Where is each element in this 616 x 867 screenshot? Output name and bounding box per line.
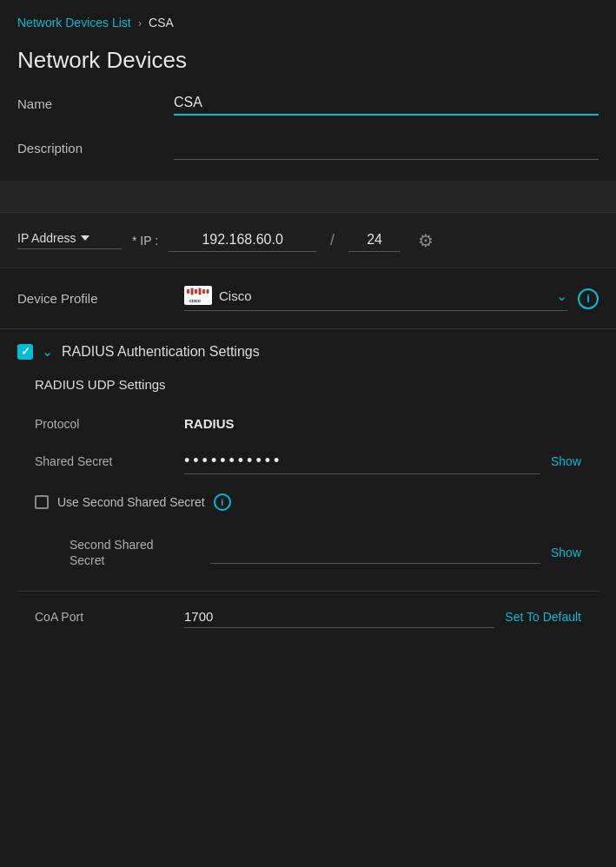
protocol-row: Protocol RADIUS	[17, 407, 599, 440]
svg-rect-3	[195, 289, 197, 294]
device-profile-chevron-icon: ⌄	[556, 288, 567, 304]
shared-secret-row: Shared Secret Show	[17, 440, 599, 483]
second-secret-row: Second SharedSecret Show	[70, 530, 581, 575]
radius-udp-title: RADIUS UDP Settings	[17, 377, 599, 392]
shared-secret-label: Shared Secret	[35, 454, 174, 468]
ip-slash: /	[327, 231, 338, 249]
svg-rect-5	[202, 289, 205, 294]
second-secret-input[interactable]	[210, 541, 540, 564]
ip-prefix-input[interactable]	[348, 228, 401, 252]
coa-port-input[interactable]	[184, 606, 494, 628]
protocol-label: Protocol	[35, 417, 174, 431]
coa-port-label: CoA Port	[35, 610, 174, 624]
device-profile-info-icon[interactable]: i	[578, 288, 599, 309]
name-label: Name	[17, 96, 174, 111]
device-profile-section: Device Profile cisco Cisco ⌄ i	[0, 268, 616, 329]
show-second-secret-button[interactable]: Show	[551, 546, 581, 559]
radius-checkbox[interactable]: ✓	[17, 344, 33, 360]
radius-udp-settings: RADIUS UDP Settings Protocol RADIUS Shar…	[17, 377, 599, 642]
name-row: Name	[17, 91, 599, 116]
breadcrumb-current: CSA	[149, 16, 174, 30]
description-label: Description	[17, 141, 174, 156]
gear-icon[interactable]: ⚙	[418, 230, 434, 251]
collapse-icon[interactable]: ⌄	[42, 343, 53, 360]
breadcrumb-link[interactable]: Network Devices List	[17, 16, 131, 30]
ip-section: IP Address * IP : / ⚙	[0, 212, 616, 268]
ip-row: IP Address * IP : / ⚙	[17, 213, 599, 268]
svg-rect-1	[187, 289, 189, 294]
radius-section-title: RADIUS Authentication Settings	[62, 344, 260, 360]
breadcrumb-separator: ›	[138, 17, 142, 30]
name-section: Name Description	[0, 91, 616, 160]
second-secret-info-icon[interactable]: i	[214, 493, 231, 511]
description-row: Description	[17, 136, 599, 160]
ip-field-label: * IP :	[132, 234, 158, 248]
device-profile-selector[interactable]: cisco Cisco ⌄	[184, 286, 567, 311]
description-input[interactable]	[174, 136, 599, 160]
name-input[interactable]	[174, 91, 599, 116]
shared-secret-input[interactable]	[184, 448, 540, 474]
svg-rect-6	[207, 289, 209, 294]
second-secret-checkbox[interactable]	[35, 495, 49, 509]
device-profile-row: Device Profile cisco Cisco ⌄ i	[17, 286, 599, 311]
svg-text:cisco: cisco	[189, 298, 201, 303]
device-profile-label: Device Profile	[17, 291, 174, 306]
ip-type-selector[interactable]: IP Address	[17, 231, 122, 249]
second-secret-section: Second SharedSecret Show	[17, 521, 599, 584]
coa-port-row: CoA Port Set To Default	[17, 591, 599, 642]
use-second-secret-row: Use Second Shared Secret i	[17, 483, 599, 521]
second-secret-label: Second SharedSecret	[70, 537, 200, 568]
ip-input[interactable]	[169, 228, 316, 252]
show-secret-button[interactable]: Show	[551, 454, 581, 468]
section-divider	[0, 181, 616, 212]
ip-type-chevron-icon	[81, 235, 89, 241]
check-icon: ✓	[21, 345, 30, 358]
set-to-default-button[interactable]: Set To Default	[505, 610, 581, 624]
cisco-logo: cisco	[184, 286, 212, 305]
svg-rect-2	[191, 288, 194, 295]
radius-section: ✓ ⌄ RADIUS Authentication Settings RADIU…	[0, 329, 616, 656]
svg-rect-4	[199, 288, 202, 295]
second-secret-checkbox-label: Use Second Shared Secret	[57, 495, 205, 509]
device-profile-name: Cisco	[219, 288, 549, 303]
ip-type-label: IP Address	[17, 231, 76, 245]
radius-header: ✓ ⌄ RADIUS Authentication Settings	[17, 343, 599, 360]
page-title: Network Devices	[0, 38, 616, 91]
protocol-value: RADIUS	[184, 416, 235, 431]
breadcrumb: Network Devices List › CSA	[0, 0, 616, 38]
